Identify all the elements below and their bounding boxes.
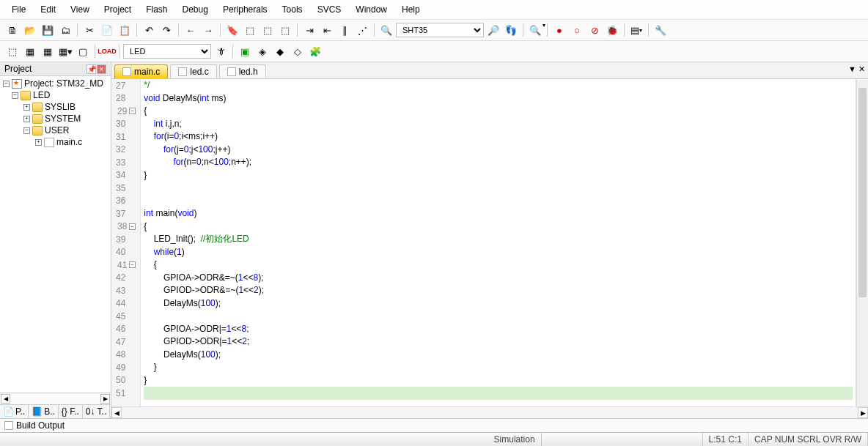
debug-button[interactable]: 🔍▾ [527, 22, 543, 38]
paste-button[interactable]: 📋 [117, 22, 133, 38]
bookmark-button[interactable]: 🔖 [224, 22, 240, 38]
copy-button[interactable]: 📄 [99, 22, 115, 38]
find-in-files-button[interactable]: 🔎 [485, 22, 501, 38]
tab-mainc[interactable]: main.c [114, 64, 168, 78]
side-tab-project[interactable]: 📄P.. [0, 405, 29, 418]
fold-toggle[interactable]: − [129, 261, 136, 268]
configure-button[interactable]: 🔧 [652, 22, 669, 38]
prev-bookmark-button[interactable]: ⬚ [242, 22, 258, 38]
clear-bookmarks-button[interactable]: ⬚ [277, 22, 293, 38]
project-target-select[interactable]: LED [123, 44, 211, 59]
new-file-button[interactable]: 🗎 [4, 22, 21, 38]
select-software-packs-button[interactable]: ◇ [290, 43, 306, 59]
status-indicators: CAP NUM SCRL OVR R/W [749, 433, 868, 446]
tree-group-user[interactable]: − USER [0, 124, 111, 136]
find-button[interactable]: 🔍 [378, 22, 394, 38]
pack-installer-button[interactable]: 🧩 [307, 43, 323, 59]
window-layout-button[interactable]: ▤▾ [628, 22, 644, 38]
stop-build-button[interactable]: ▢ [75, 43, 91, 59]
expand-icon[interactable]: − [3, 81, 10, 87]
project-tree[interactable]: − Project: STM32_MD − LED + SYSLIB + SYS… [0, 76, 111, 393]
tree-label: LED [33, 90, 50, 100]
redo-button[interactable]: ↷ [158, 22, 174, 38]
scroll-left-icon[interactable]: ◀ [1, 394, 10, 404]
tree-group-syslib[interactable]: + SYSLIB [0, 101, 111, 113]
menu-tools[interactable]: Tools [275, 2, 310, 17]
panel-hscroll[interactable]: ◀ ▶ [0, 393, 111, 404]
scroll-right-icon[interactable]: ▶ [100, 394, 110, 404]
menu-peripherals[interactable]: Peripherals [216, 2, 275, 17]
target-select[interactable]: SHT35 [396, 23, 484, 37]
enable-breakpoint-button[interactable]: ○ [569, 22, 585, 38]
horizontal-scrollbar[interactable]: ◀ ▶ [111, 406, 868, 418]
side-tab-books[interactable]: 📘B.. [29, 405, 59, 418]
insert-breakpoint-button[interactable]: ● [551, 22, 567, 38]
incremental-find-button[interactable]: 👣 [503, 22, 519, 38]
manage-multi-project-button[interactable]: ◈ [254, 43, 271, 59]
download-button[interactable]: LOAD [99, 43, 115, 59]
expand-icon[interactable]: − [23, 127, 30, 134]
open-button[interactable]: 📂 [22, 22, 38, 38]
tree-group-system[interactable]: + SYSTEM [0, 113, 111, 124]
side-tab-templates[interactable]: 0↓ T.. [83, 405, 110, 418]
tab-ledc[interactable]: led.c [170, 64, 216, 78]
menu-edit[interactable]: Edit [33, 2, 63, 17]
panel-pin-button[interactable]: 📌 [87, 64, 96, 74]
vertical-scrollbar[interactable] [856, 79, 868, 406]
manage-rtc-button[interactable]: ◆ [272, 43, 288, 59]
tree-file-mainc[interactable]: + main.c [0, 136, 111, 148]
tab-ledh[interactable]: led.h [219, 64, 266, 78]
expand-icon[interactable]: + [23, 104, 30, 111]
project-panel-label: Project [4, 64, 32, 74]
menu-view[interactable]: View [63, 2, 97, 17]
save-all-button[interactable]: 🗂 [57, 22, 73, 38]
target-options-button[interactable]: 🗡 [213, 43, 229, 59]
outdent-button[interactable]: ⇤ [319, 22, 335, 38]
file-extensions-button[interactable]: ▣ [237, 43, 253, 59]
code-editor[interactable]: */void DelayMs(int ms){ int i,j,n; for(i… [141, 79, 856, 406]
batch-build-button[interactable]: ▦▾ [57, 43, 73, 59]
fold-toggle[interactable]: − [129, 108, 136, 114]
cut-button[interactable]: ✂ [81, 22, 98, 38]
expand-icon[interactable]: − [12, 92, 18, 99]
tabs-close-button[interactable]: ✕ [858, 64, 865, 74]
tabs-dropdown-button[interactable]: ▼ [848, 64, 856, 74]
disable-breakpoint-button[interactable]: ⊘ [586, 22, 603, 38]
toolbar-2: ⬚ ▦ ▦ ▦▾ ▢ LOAD LED 🗡 ▣ ◈ ◆ ◇ 🧩 [0, 41, 868, 62]
rebuild-button[interactable]: ▦ [40, 43, 56, 59]
nav-forward-button[interactable]: → [200, 22, 216, 38]
expand-icon[interactable]: + [23, 116, 30, 122]
nav-back-button[interactable]: ← [183, 22, 199, 38]
undo-button[interactable]: ↶ [141, 22, 157, 38]
tree-group-led[interactable]: − LED [0, 89, 111, 101]
kill-breakpoints-button[interactable]: 🐞 [604, 22, 620, 38]
save-button[interactable]: 💾 [40, 22, 56, 38]
project-panel: Project 📌 × − Project: STM32_MD − LED + … [0, 62, 111, 418]
folder-icon [32, 126, 43, 135]
scroll-right-icon[interactable]: ▶ [858, 407, 868, 418]
indent-button[interactable]: ⇥ [301, 22, 317, 38]
menu-debug[interactable]: Debug [175, 2, 216, 17]
comment-button[interactable]: ∥ [336, 22, 353, 38]
menu-window[interactable]: Window [348, 2, 394, 17]
build-output-tab[interactable]: Build Output [0, 418, 868, 432]
next-bookmark-button[interactable]: ⬚ [260, 22, 276, 38]
build-button[interactable]: ▦ [22, 43, 38, 59]
tree-root[interactable]: − Project: STM32_MD [0, 78, 111, 89]
menu-file[interactable]: File [4, 2, 33, 17]
expand-icon[interactable]: + [35, 139, 42, 146]
translate-button[interactable]: ⬚ [4, 43, 21, 59]
fold-toggle[interactable]: − [129, 223, 136, 230]
panel-close-button[interactable]: × [97, 64, 106, 74]
file-icon [44, 138, 54, 147]
scroll-left-icon[interactable]: ◀ [111, 407, 122, 418]
menu-flash[interactable]: Flash [139, 2, 174, 17]
menu-svcs[interactable]: SVCS [310, 2, 349, 17]
folder-icon [21, 91, 31, 100]
menu-help[interactable]: Help [394, 2, 427, 17]
tree-root-label: Project: STM32_MD [24, 78, 103, 89]
project-icon [12, 79, 22, 89]
uncomment-button[interactable]: ⋰ [354, 22, 370, 38]
menu-project[interactable]: Project [97, 2, 139, 17]
side-tab-functions[interactable]: {} F.. [59, 405, 83, 418]
